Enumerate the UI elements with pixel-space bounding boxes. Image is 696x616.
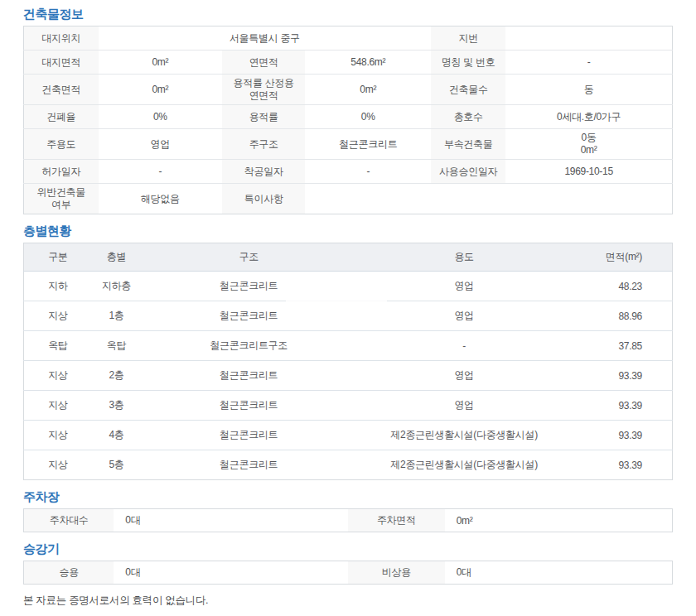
field-value: 0m² <box>99 51 223 75</box>
cell-value: 48.23 <box>572 272 672 301</box>
field-value: - <box>99 160 223 184</box>
field-value: 0대 <box>114 561 348 585</box>
page-content: 건축물정보 대지위치서울특별시 중구지번대지면적0m²연면적548.6m²명칭 … <box>0 0 696 608</box>
cell-value: 지하층 <box>92 272 142 301</box>
field-label: 착공일자 <box>222 160 305 184</box>
field-value: 동 <box>505 75 672 105</box>
field-value: - <box>305 160 431 184</box>
cell-value: 철근콘크리트 <box>141 361 356 391</box>
cell-text-line: 연면적 <box>229 89 298 102</box>
column-header: 구분 <box>24 243 92 272</box>
cell-value: 93.39 <box>572 361 672 391</box>
field-label: 주용도 <box>24 129 99 160</box>
section-elevator: 승강기 승용0대비상용0대 <box>23 541 673 585</box>
field-label: 사용승인일자 <box>431 160 505 184</box>
field-value: 0대 <box>445 561 673 585</box>
field-label: 비상용 <box>348 561 445 585</box>
field-label: 용적률 <box>222 105 305 129</box>
section-building-info: 건축물정보 대지위치서울특별시 중구지번대지면적0m²연면적548.6m²명칭 … <box>23 7 673 214</box>
field-label: 승용 <box>24 561 114 585</box>
table-row: 지상4층철근콘크리트제2종근린생활시설(다중생활시설)93.39 <box>24 421 673 450</box>
column-header: 층별 <box>92 243 142 272</box>
field-label: 주차대수 <box>24 509 114 532</box>
field-value <box>505 26 672 51</box>
section-title-floor-status: 층별현황 <box>23 224 673 238</box>
cell-text-line: 0m² <box>512 144 665 156</box>
cell-value: 철근콘크리트 <box>141 450 356 480</box>
cell-value: 1층 <box>92 301 142 331</box>
field-value: 0m² <box>305 75 431 105</box>
cell-value: 93.39 <box>572 450 672 480</box>
column-header: 용도 <box>356 243 572 272</box>
field-value: 0% <box>99 105 223 129</box>
cell-value: - <box>356 331 572 361</box>
cell-value: 5층 <box>92 450 142 480</box>
field-value: 0m² <box>99 75 223 105</box>
footer-disclaimer: 본 자료는 증명서로서의 효력이 없습니다. <box>23 594 673 608</box>
field-label: 대지위치 <box>24 26 99 51</box>
section-title-building-info: 건축물정보 <box>23 7 673 21</box>
cell-text-line: 여부 <box>31 199 92 211</box>
field-value: 0% <box>305 105 431 129</box>
field-value: 0대 <box>114 509 348 532</box>
cell-value: 4층 <box>92 421 142 450</box>
table-row: 지하지하층철근콘크리트영업48.23 <box>24 272 673 301</box>
cell-value: 2층 <box>92 361 142 391</box>
table-row: 건축면적0m²용적률 산정용연면적0m²건축물수동 <box>24 75 673 105</box>
cell-value: 제2종근린생활시설(다중생활시설) <box>356 421 572 450</box>
cell-value: 영업 <box>356 391 572 421</box>
table-row: 대지면적0m²연면적548.6m²명칭 및 번호- <box>24 51 673 75</box>
table-row: 주용도영업주구조철근콘크리트부속건축물0동0m² <box>24 129 673 160</box>
field-label: 대지면적 <box>24 51 99 75</box>
table-row: 대지위치서울특별시 중구지번 <box>24 26 673 51</box>
column-header: 구조 <box>141 243 356 272</box>
cell-value: 철근콘크리트 <box>141 391 356 421</box>
field-value: 1969-10-15 <box>505 160 672 184</box>
field-value: 0m² <box>445 509 673 532</box>
cell-value: 옥탑 <box>92 331 142 361</box>
table-row: 위반건축물여부해당없음특이사항 <box>24 184 673 214</box>
cell-value: 지상 <box>24 450 92 480</box>
field-label: 용적률 산정용연면적 <box>222 75 305 105</box>
field-value: 0동0m² <box>505 129 672 160</box>
cell-value: 영업 <box>356 301 572 331</box>
table-row: 승용0대비상용0대 <box>24 561 673 585</box>
cell-value: 영업 <box>356 272 572 301</box>
cell-value: 88.96 <box>572 301 672 331</box>
table-row: 지상2층철근콘크리트영업93.39 <box>24 361 673 391</box>
table-row: 허가일자-착공일자-사용승인일자1969-10-15 <box>24 160 673 184</box>
field-value <box>305 184 672 214</box>
cell-value: 철근콘크리트구조 <box>141 331 356 361</box>
cell-value: 93.39 <box>572 391 672 421</box>
field-value: 서울특별시 중구 <box>99 26 432 51</box>
column-header: 면적(m²) <box>572 243 672 272</box>
field-label: 특이사항 <box>222 184 305 214</box>
field-label: 건축면적 <box>24 75 99 105</box>
section-floor-status: 층별현황 구분층별구조용도면적(m²) 지하지하층철근콘크리트영업48.23지상… <box>23 224 673 480</box>
field-label: 건폐율 <box>24 105 99 129</box>
field-label: 지번 <box>431 26 505 51</box>
field-value: 철근콘크리트 <box>305 129 431 160</box>
cell-value: 3층 <box>92 391 142 421</box>
field-label: 허가일자 <box>24 160 99 184</box>
cell-text-line: 위반건축물 <box>31 186 92 199</box>
field-value: 0세대.호/0가구 <box>505 105 672 129</box>
cell-text-line: 용적률 산정용 <box>229 77 298 89</box>
cell-value: 지하 <box>24 272 92 301</box>
cell-text-line: 0동 <box>512 132 665 144</box>
table-row: 옥탑옥탑철근콘크리트구조-37.85 <box>24 331 673 361</box>
cell-value: 철근콘크리트 <box>141 301 356 331</box>
field-label: 주구조 <box>222 129 305 160</box>
table-row: 지상1층철근콘크리트영업88.96 <box>24 301 673 331</box>
field-label: 위반건축물여부 <box>24 184 99 214</box>
field-value: 해당없음 <box>99 184 223 214</box>
cell-value: 지상 <box>24 421 92 450</box>
table-row: 주차대수0대주차면적0m² <box>24 509 673 532</box>
cell-value: 철근콘크리트 <box>141 272 356 301</box>
cell-value: 37.85 <box>572 331 672 361</box>
cell-value: 제2종근린생활시설(다중생활시설) <box>356 450 572 480</box>
table-row: 지상5층철근콘크리트제2종근린생활시설(다중생활시설)93.39 <box>24 450 673 480</box>
field-value: - <box>505 51 672 75</box>
field-label: 총호수 <box>431 105 505 129</box>
cell-value: 옥탑 <box>24 331 92 361</box>
